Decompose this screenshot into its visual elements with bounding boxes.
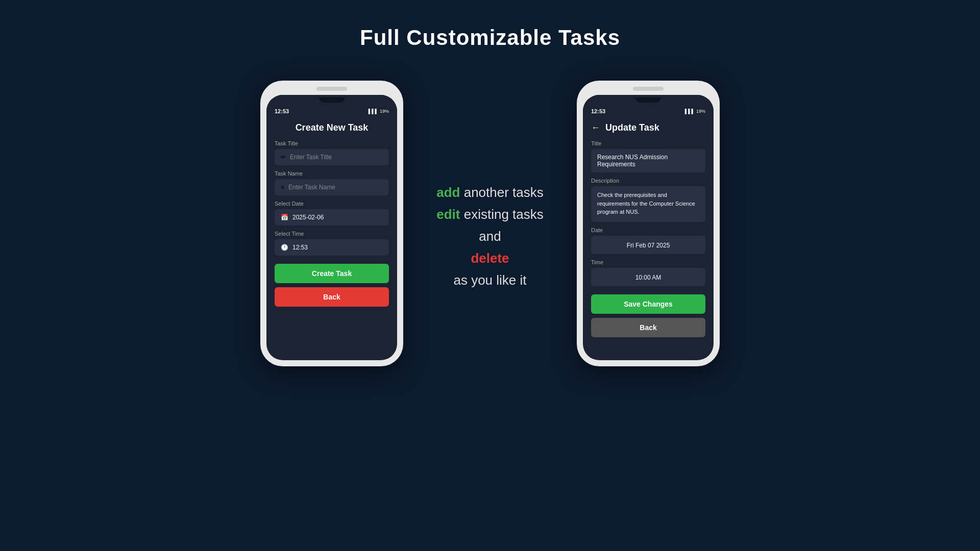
description-input[interactable]: Check the prerequisites and requirements… (591, 186, 705, 222)
phone-right-screen: 12:53 ▌▌▌ 19% ← Update Task Title Resear… (583, 95, 714, 360)
add-highlight: add (436, 185, 460, 200)
status-bar-right: 12:53 ▌▌▌ 19% (583, 105, 714, 116)
back-arrow-icon[interactable]: ← (591, 122, 600, 133)
phone-right: 12:53 ▌▌▌ 19% ← Update Task Title Resear… (577, 81, 720, 366)
update-task-title: Update Task (605, 122, 659, 133)
create-task-button[interactable]: Create Task (275, 264, 389, 283)
update-header: ← Update Task (591, 122, 705, 133)
task-name-placeholder: Enter Task Name (288, 184, 335, 191)
task-title-input[interactable]: ✏ Enter Task Title (275, 149, 389, 165)
calendar-icon: 📅 (281, 214, 288, 221)
status-time-right: 12:53 (591, 108, 605, 114)
date-value: 2025-02-06 (292, 214, 324, 221)
phones-container: 12:53 ▌▌▌ 19% Create New Task Task Title… (0, 81, 980, 366)
time-value-right: 10:00 AM (635, 274, 662, 281)
battery-icon-right: 19% (696, 109, 705, 114)
status-icons-left: ▌▌▌ 19% (369, 109, 389, 114)
task-title-placeholder: Enter Task Title (290, 154, 332, 161)
time-label-right: Time (591, 259, 705, 265)
notch-right (635, 97, 661, 103)
middle-line-5: as you like it (453, 270, 526, 290)
save-changes-button[interactable]: Save Changes (591, 294, 705, 314)
back-button-left[interactable]: Back (275, 287, 389, 307)
clock-icon: 🕐 (281, 244, 288, 251)
title-input[interactable]: Research NUS Admission Requirements (591, 149, 705, 172)
page-title: Full Customizable Tasks (360, 26, 620, 50)
phone-left-screen: 12:53 ▌▌▌ 19% Create New Task Task Title… (266, 95, 397, 360)
signal-icon-right: ▌▌▌ (685, 109, 695, 114)
screen-content-left: Create New Task Task Title ✏ Enter Task … (266, 116, 397, 313)
date-input[interactable]: 📅 2025-02-06 (275, 209, 389, 226)
battery-icon-left: 19% (380, 109, 389, 114)
edit-rest: existing tasks (460, 207, 543, 222)
middle-line-4: delete (471, 248, 509, 268)
pencil-icon: ✏ (281, 154, 286, 161)
middle-line-3: and (479, 227, 501, 246)
task-name-label: Task Name (275, 170, 389, 177)
middle-line-2: edit existing tasks (436, 205, 544, 224)
description-value: Check the prerequisites and requirements… (597, 191, 699, 216)
date-label-right: Date (591, 227, 705, 233)
middle-description: add another tasks edit existing tasks an… (403, 81, 577, 290)
notch-left (319, 97, 345, 103)
screen-content-right: ← Update Task Title Research NUS Admissi… (583, 116, 714, 343)
delete-highlight: delete (471, 251, 509, 266)
status-bar-left: 12:53 ▌▌▌ 19% (266, 105, 397, 116)
task-name-input[interactable]: ≡ Enter Task Name (275, 179, 389, 195)
phone-left: 12:53 ▌▌▌ 19% Create New Task Task Title… (260, 81, 403, 366)
add-rest: another tasks (460, 185, 543, 200)
back-button-right[interactable]: Back (591, 318, 705, 337)
date-field-right[interactable]: Fri Feb 07 2025 (591, 236, 705, 254)
notch-area-left (266, 95, 397, 105)
status-icons-right: ▌▌▌ 19% (685, 109, 705, 114)
time-value: 12:53 (292, 244, 308, 251)
description-label: Description (591, 178, 705, 184)
time-input[interactable]: 🕐 12:53 (275, 239, 389, 256)
status-time-left: 12:53 (275, 108, 289, 114)
select-date-label: Select Date (275, 201, 389, 207)
title-value: Research NUS Admission Requirements (597, 154, 699, 168)
edit-highlight: edit (436, 207, 460, 222)
signal-icon-left: ▌▌▌ (369, 109, 378, 114)
notch-area-right (583, 95, 714, 105)
create-task-title: Create New Task (275, 122, 389, 133)
task-title-label: Task Title (275, 140, 389, 146)
time-field-right[interactable]: 10:00 AM (591, 268, 705, 286)
middle-line-1: add another tasks (436, 183, 544, 203)
date-value-right: Fri Feb 07 2025 (627, 242, 670, 249)
select-time-label: Select Time (275, 231, 389, 237)
title-label: Title (591, 140, 705, 146)
list-icon: ≡ (281, 184, 284, 191)
